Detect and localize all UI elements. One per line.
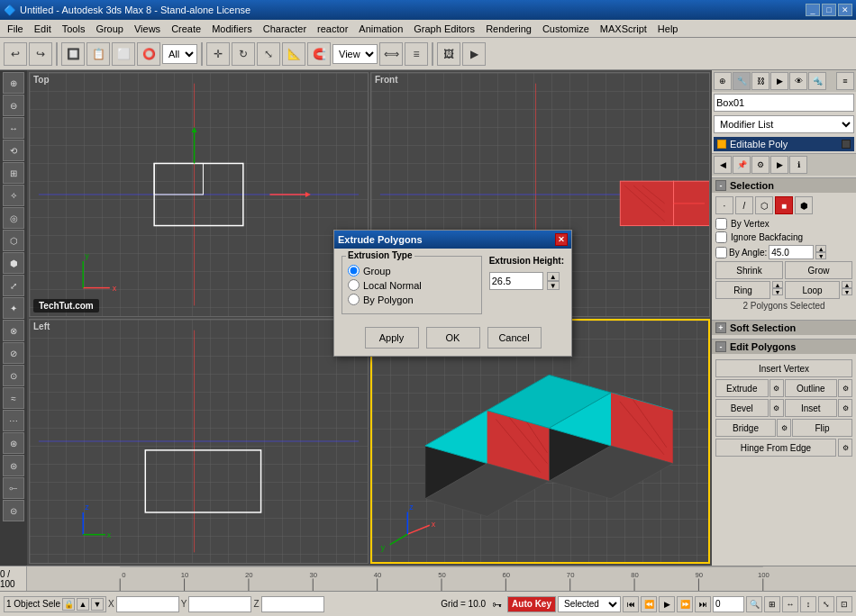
extrude-button[interactable]: Extrude (715, 379, 769, 397)
bridge-settings-button[interactable]: ⚙ (777, 419, 791, 437)
menu-help[interactable]: Help (652, 22, 684, 36)
rpanel-tab-hierarchy[interactable]: ⛓ (751, 72, 769, 90)
left-btn-6[interactable]: ⟡ (3, 185, 24, 206)
select-up-btn[interactable]: ▲ (77, 598, 89, 611)
ok-button[interactable]: OK (426, 327, 480, 349)
viewport-display-dropdown[interactable]: View (332, 44, 378, 64)
left-btn-3[interactable]: ↔ (3, 117, 24, 139)
prev-frame-btn[interactable]: ⏪ (641, 596, 657, 612)
y-coord-input[interactable] (188, 596, 251, 612)
left-btn-16[interactable]: ⋯ (3, 410, 24, 431)
flip-button[interactable]: Flip (792, 419, 852, 437)
dialog-close-button[interactable]: ✕ (555, 233, 568, 246)
left-btn-5[interactable]: ⊞ (3, 162, 24, 184)
element-icon[interactable]: ⬢ (795, 196, 813, 214)
rpanel-tab-motion[interactable]: ▶ (770, 72, 788, 90)
hinge-from-edge-button[interactable]: Hinge From Edge (715, 439, 836, 457)
menu-tools[interactable]: Tools (57, 22, 91, 36)
radio-by-polygon[interactable] (348, 294, 360, 305)
outline-settings-button[interactable]: ⚙ (838, 379, 852, 397)
select-move-button[interactable]: ✛ (206, 42, 230, 66)
next-frame-btn[interactable]: ⏩ (677, 596, 693, 612)
align-button[interactable]: ≡ (405, 42, 428, 66)
menu-group[interactable]: Group (90, 22, 129, 36)
radio-group[interactable] (348, 265, 360, 276)
edge-icon[interactable]: / (735, 196, 753, 214)
select-scale-button[interactable]: ⤡ (257, 42, 280, 66)
rpanel-btn-pin[interactable]: 📌 (733, 156, 751, 174)
by-angle-input[interactable] (769, 245, 814, 259)
titlebar-controls[interactable]: _ □ ✕ (806, 4, 852, 16)
menu-maxscript[interactable]: MAXScript (595, 22, 652, 36)
soft-selection-collapse-btn[interactable]: + (715, 322, 726, 333)
select-rotate-button[interactable]: ↻ (232, 42, 255, 66)
left-btn-7[interactable]: ◎ (3, 207, 24, 229)
loop-down[interactable]: ▼ (842, 288, 852, 295)
rpanel-tab-modify[interactable]: 🔧 (733, 72, 751, 90)
x-coord-input[interactable] (116, 596, 179, 612)
loop-button[interactable]: Loop (785, 281, 840, 299)
menu-edit[interactable]: Edit (29, 22, 57, 36)
by-angle-down[interactable]: ▼ (815, 252, 826, 259)
select-by-name-button[interactable]: 📋 (87, 42, 110, 66)
vp-nav-4[interactable]: ↕ (800, 596, 816, 612)
auto-key-button[interactable]: Auto Key (507, 596, 556, 612)
vp-nav-2[interactable]: ⊞ (764, 596, 780, 612)
menu-modifiers[interactable]: Modifiers (206, 22, 258, 36)
inset-button[interactable]: Inset (785, 399, 838, 417)
grow-button[interactable]: Grow (785, 261, 852, 279)
go-to-end-btn[interactable]: ⏭ (695, 596, 711, 612)
loop-up[interactable]: ▲ (842, 281, 852, 288)
z-coord-input[interactable] (261, 596, 324, 612)
key-icon[interactable]: 🗝 (487, 596, 505, 612)
left-btn-1[interactable]: ⊕ (3, 72, 24, 94)
vp-nav-5[interactable]: ⤡ (818, 596, 834, 612)
by-vertex-checkbox[interactable] (715, 218, 727, 230)
ignore-backfacing-checkbox[interactable] (715, 231, 727, 243)
undo-button[interactable]: ↩ (4, 42, 27, 66)
vp-nav-6[interactable]: ⊡ (836, 596, 852, 612)
select-down-btn[interactable]: ▼ (91, 598, 104, 611)
left-btn-18[interactable]: ⊜ (3, 455, 24, 476)
vp-nav-1[interactable]: 🔍 (746, 596, 762, 612)
polygon-icon[interactable]: ■ (775, 196, 793, 214)
menu-animation[interactable]: Animation (353, 22, 408, 36)
radio-local-normal[interactable] (348, 279, 360, 291)
menu-graph-editors[interactable]: Graph Editors (408, 22, 480, 36)
by-angle-up[interactable]: ▲ (815, 245, 826, 252)
modifier-stack[interactable]: Editable Poly (714, 137, 854, 151)
rpanel-tab-create[interactable]: ⊕ (714, 72, 732, 90)
bridge-button[interactable]: Bridge (715, 419, 776, 437)
rpanel-btn-next[interactable]: ▶ (770, 156, 788, 174)
left-btn-9[interactable]: ⬢ (3, 252, 24, 274)
modifier-list-dropdown[interactable]: Modifier List (714, 115, 854, 133)
extrusion-height-input[interactable] (489, 272, 543, 290)
redo-button[interactable]: ↪ (29, 42, 52, 66)
menu-reactor[interactable]: reactor (312, 22, 353, 36)
viewport-left[interactable]: Left x z (29, 319, 369, 564)
cancel-button[interactable]: Cancel (487, 327, 542, 349)
left-btn-13[interactable]: ⊘ (3, 342, 24, 364)
object-name-input[interactable] (714, 94, 854, 112)
border-icon[interactable]: ⬡ (755, 196, 773, 214)
left-btn-14[interactable]: ⊙ (3, 365, 24, 386)
timeline-ruler[interactable]: 0 10 20 30 40 50 60 70 80 90 100 (27, 566, 856, 591)
left-btn-2[interactable]: ⊖ (3, 95, 24, 116)
lock-icon[interactable]: 🔒 (62, 598, 75, 611)
rpanel-btn-info[interactable]: ℹ (789, 156, 807, 174)
filter-dropdown[interactable]: All (162, 44, 197, 64)
ring-down[interactable]: ▼ (772, 288, 783, 295)
select-region-circle-button[interactable]: ⭕ (137, 42, 160, 66)
play-btn[interactable]: ▶ (659, 596, 675, 612)
select-region-rect-button[interactable]: ⬜ (112, 42, 135, 66)
bevel-settings-button[interactable]: ⚙ (769, 399, 784, 417)
menu-customize[interactable]: Customize (537, 22, 595, 36)
extrusion-height-up[interactable]: ▲ (547, 272, 560, 281)
rpanel-btn-prev[interactable]: ◀ (714, 156, 732, 174)
apply-button[interactable]: Apply (365, 327, 419, 349)
mirror-button[interactable]: ⟺ (379, 42, 403, 66)
left-btn-10[interactable]: ⤢ (3, 275, 24, 296)
menu-file[interactable]: File (2, 22, 29, 36)
left-btn-17[interactable]: ⊛ (3, 432, 24, 454)
vp-nav-3[interactable]: ↔ (782, 596, 798, 612)
